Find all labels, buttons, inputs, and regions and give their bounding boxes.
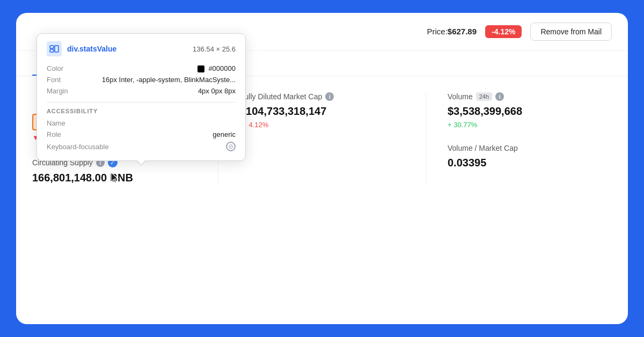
color-label: Color (47, 64, 90, 72)
font-value: 16px Inter, -apple-system, BlinkMacSyste… (102, 76, 236, 84)
remove-from-mail-button[interactable]: Remove from Mail (530, 23, 612, 41)
inspector-dimensions: 136.54 × 25.6 (193, 45, 236, 53)
price-section: Price:$627.89 (427, 27, 477, 36)
circulating-supply-value: 166,801,148.00 BNB (32, 172, 196, 184)
volume-label: Volume 24h i (448, 92, 612, 101)
fully-diluted-value: $104,733,318,147 (240, 105, 404, 118)
inspector-color-row: Color #000000 (47, 63, 236, 74)
font-label: Font (47, 76, 90, 84)
inspector-a11y-name-row: Name (47, 118, 236, 129)
a11y-role-label: Role (47, 130, 90, 138)
price-label: Price: (427, 27, 447, 36)
color-swatch (197, 65, 204, 72)
fully-diluted-info-icon[interactable]: i (325, 92, 334, 101)
inspector-font-row: Font 16px Inter, -apple-system, BlinkMac… (47, 74, 236, 85)
svg-rect-0 (50, 46, 54, 48)
a11y-role-value: generic (213, 130, 236, 138)
inspector-margin-row: Margin 4px 0px 8px (47, 85, 236, 97)
price-value: $627.89 (448, 27, 477, 36)
volume-24h-badge: 24h (476, 92, 492, 101)
col-right: Volume 24h i $3,538,399,668 + 30.77% Vol… (426, 92, 612, 184)
fully-diluted-change: ▼ 4.12% (240, 121, 404, 129)
margin-label: Margin (47, 87, 90, 95)
inspector-divider (47, 102, 236, 102)
inspector-a11y-role-row: Role generic (47, 129, 236, 140)
inspector-element-name: div.statsValue (67, 45, 116, 53)
svg-rect-1 (50, 49, 54, 52)
vol-market-cap-value: 0.03395 (448, 157, 612, 169)
fully-diluted-label: Fully Diluted Market Cap i (240, 92, 404, 101)
inspector-arrow-inner (137, 160, 145, 165)
circulating-supply-section: Circulating Supply i ✓ 166,801,148.00 BN… (32, 158, 196, 184)
a11y-name-label: Name (47, 119, 90, 127)
col-mid: Fully Diluted Market Cap i $104,733,318,… (218, 92, 426, 184)
volume-value: $3,538,399,668 (448, 105, 612, 118)
color-value: #000000 (197, 64, 236, 72)
svg-rect-2 (55, 46, 58, 52)
a11y-kb-label: Keyboard-focusable (47, 143, 109, 151)
volume-info-icon[interactable]: i (495, 92, 504, 101)
volume-change: + 30.77% (448, 121, 612, 129)
inspector-element-icon (47, 41, 62, 56)
vol-market-cap-label: Volume / Market Cap (448, 144, 612, 152)
price-change-badge: -4.12% (485, 25, 522, 38)
margin-value: 4px 0px 8px (198, 87, 236, 95)
inspector-a11y-kb-row: Keyboard-focusable ⊘ (47, 140, 236, 153)
accessibility-title: ACCESSIBILITY (47, 108, 236, 114)
keyboard-focusable-icon: ⊘ (226, 142, 236, 151)
main-card: div.statsValue 136.54 × 25.6 Color #0000… (16, 13, 628, 324)
inspector-panel: div.statsValue 136.54 × 25.6 Color #0000… (36, 33, 246, 161)
